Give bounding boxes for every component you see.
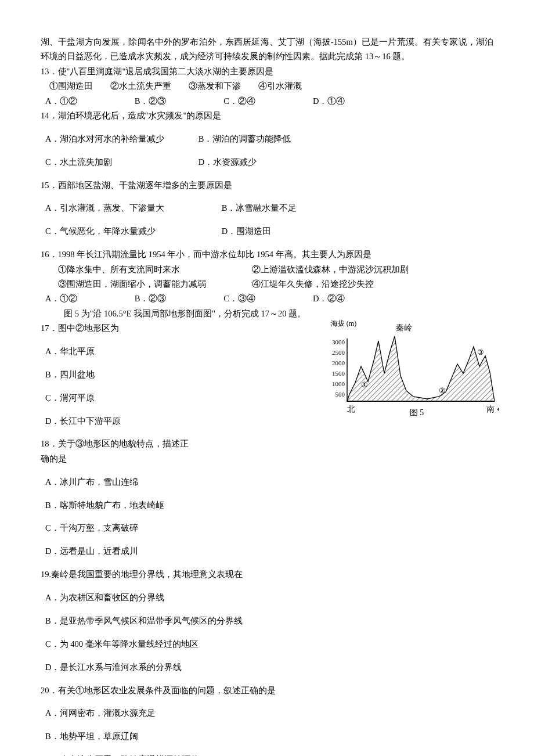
q20-option-a[interactable]: A．河网密布，灌溉水源充足	[41, 706, 493, 721]
q20-option-c[interactable]: C．水土流失严重，陡坡应退耕还林还草	[41, 753, 493, 756]
fig5-block: 海拔 (m) 3000 2500 2000 1500 1000 500 ① 秦岭…	[41, 321, 493, 466]
q15-option-a[interactable]: A．引水灌溉，蒸发、下渗量大	[45, 201, 219, 215]
q18-option-a[interactable]: A．冰川广布，雪山连绵	[41, 475, 493, 489]
ylabel-1: 海拔 (m)	[331, 319, 356, 327]
q17-option-c[interactable]: C．渭河平原	[41, 391, 250, 405]
q14-option-b[interactable]: B．湖泊的调蓄功能降低	[199, 134, 291, 143]
q16-option-c[interactable]: C．③④	[223, 291, 311, 306]
q15-row1: A．引水灌溉，蒸发、下渗量大 B．冰雪融水量不足	[41, 201, 493, 215]
q14-option-d[interactable]: D．水资源减少	[199, 157, 257, 167]
anno-1: ①	[361, 380, 368, 389]
q17-option-d[interactable]: D．长江中下游平原	[41, 414, 250, 429]
q16-option-b[interactable]: B．②③	[135, 291, 222, 306]
ytick-2500: 2500	[332, 349, 345, 356]
q13-options: A．①② B．②③ C．②④ D．①④	[41, 94, 493, 109]
anno-qinling: 秦岭	[396, 323, 412, 332]
q13-stem: 13．使"八百里洞庭湖"退居成我国第二大淡水湖的主要原因是	[41, 64, 493, 79]
q14-row2: C．水土流失加剧 D．水资源减少	[41, 155, 493, 170]
q13-option-b[interactable]: B．②③	[135, 94, 222, 109]
q19-option-b[interactable]: B．是亚热带季风气候区和温带季风气候区的分界线	[41, 614, 493, 628]
q18-stem2: 确的是	[41, 452, 493, 466]
intro-paragraph: 湖、干盐湖方向发展，除闻名中外的罗布泊外，东西居延海、艾丁湖（海拔-155m）已…	[41, 35, 493, 64]
q13-option-c[interactable]: C．②④	[223, 94, 311, 109]
q15-stem: 15．西部地区盐湖、干盐湖逐年增多的主要原因是	[41, 178, 493, 193]
fig5-figure: 海拔 (m) 3000 2500 2000 1500 1000 500 ① 秦岭…	[319, 315, 499, 417]
q16-row2: ③围湖造田，湖面缩小，调蓄能力减弱 ④江堤年久失修，沿途挖沙失控	[41, 277, 493, 291]
q20-option-b[interactable]: B．地势平坦，草原辽阔	[41, 729, 493, 744]
q19-option-d[interactable]: D．是长江水系与淮河水系的分界线	[41, 660, 493, 675]
q16-item1: ①降水集中、所有支流同时来水	[41, 262, 250, 277]
ytick-500: 500	[335, 391, 345, 398]
ytick-3000: 3000	[332, 339, 345, 345]
anno-3: ③	[477, 348, 484, 357]
return-icon: ↵	[497, 405, 499, 413]
fig5-caption: 图 5	[410, 408, 424, 417]
q16-row1: ①降水集中、所有支流同时来水 ②上游滥砍滥伐森林，中游泥沙沉积加剧	[41, 262, 493, 277]
q15-option-c[interactable]: C．气候恶化，年降水量减少	[45, 224, 219, 239]
xlabel-north: 北	[347, 405, 355, 413]
q16-options: A．①② B．②③ C．③④ D．②④	[41, 291, 493, 306]
q16-item3: ③围湖造田，湖面缩小，调蓄能力减弱	[41, 277, 250, 291]
ytick-1000: 1000	[332, 380, 345, 387]
q14-option-a[interactable]: A．湖泊水对河水的补给量减少	[45, 132, 196, 146]
anno-2: ②	[439, 386, 446, 395]
q16-item2: ②上游滥砍滥伐森林，中游泥沙沉积加剧	[252, 265, 409, 274]
xlabel-south: 南	[486, 405, 495, 413]
q16-stem: 16．1998 年长江汛期流量比 1954 年小，而中游水位却比 1954 年高…	[41, 247, 493, 262]
q16-item4: ④江堤年久失修，沿途挖沙失控	[252, 279, 374, 289]
ytick-1500: 1500	[332, 370, 345, 377]
q16-option-d[interactable]: D．②④	[313, 291, 400, 306]
q13-option-a[interactable]: A．①②	[45, 94, 132, 109]
q19-stem: 19.秦岭是我国重要的地理分界线，其地理意义表现在	[41, 567, 493, 582]
q19-option-a[interactable]: A．为农耕区和畜牧区的分界线	[41, 591, 493, 605]
q16-option-a[interactable]: A．①②	[45, 291, 132, 306]
q17-option-b[interactable]: B．四川盆地	[41, 368, 250, 382]
q15-option-b[interactable]: B．冰雪融水量不足	[222, 203, 297, 213]
q18-option-b[interactable]: B．喀斯特地貌广布，地表崎岖	[41, 498, 493, 513]
q18-option-d[interactable]: D．远看是山，近看成川	[41, 544, 493, 559]
q15-row2: C．气候恶化，年降水量减少 D．围湖造田	[41, 224, 493, 239]
q14-row1: A．湖泊水对河水的补给量减少 B．湖泊的调蓄功能降低	[41, 132, 493, 146]
q14-option-c[interactable]: C．水土流失加剧	[45, 155, 196, 170]
ytick-2000: 2000	[332, 359, 345, 366]
q17-option-a[interactable]: A．华北平原	[41, 344, 250, 359]
q18-option-c[interactable]: C．千沟万壑，支离破碎	[41, 521, 493, 535]
q19-option-c[interactable]: C．为 400 毫米年等降水量线经过的地区	[41, 637, 493, 651]
q20-stem: 20．有关①地形区农业发展条件及面临的问题，叙述正确的是	[41, 683, 493, 698]
q18-stem: 18．关于③地形区的地貌特点，描述正	[41, 437, 250, 451]
q13-items: ①围湖造田 ②水土流失严重 ③蒸发和下渗 ④引水灌溉	[41, 79, 493, 93]
terrain-path	[347, 336, 495, 401]
q14-stem: 14．湖泊环境恶化后，造成"水灾频发"的原因是	[41, 109, 493, 123]
q13-option-d[interactable]: D．①④	[313, 94, 400, 109]
q15-option-d[interactable]: D．围湖造田	[222, 226, 271, 236]
terrain-profile-icon: 海拔 (m) 3000 2500 2000 1500 1000 500 ① 秦岭…	[319, 315, 499, 417]
